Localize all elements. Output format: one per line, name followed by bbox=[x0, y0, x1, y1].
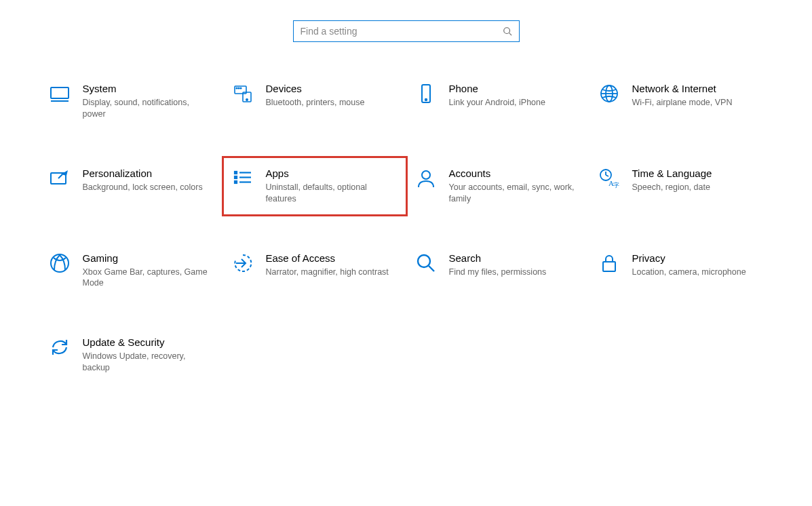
tile-title: Phone bbox=[449, 83, 581, 94]
tile-title: Update & Security bbox=[83, 336, 214, 348]
tile-text: Devices Bluetooth, printers, mouse bbox=[266, 83, 398, 109]
svg-point-6 bbox=[238, 87, 239, 89]
tile-desc: Find my files, permissions bbox=[449, 267, 581, 278]
tile-accounts[interactable]: Accounts Your accounts, email, sync, wor… bbox=[410, 161, 586, 212]
tile-time-language[interactable]: A 字 Time & Language Speech, region, date bbox=[593, 161, 769, 212]
search-box[interactable] bbox=[293, 20, 520, 42]
tile-text: Time & Language Speech, region, date bbox=[632, 168, 764, 193]
svg-point-5 bbox=[236, 87, 237, 89]
privacy-icon bbox=[598, 252, 620, 274]
tile-title: Ease of Access bbox=[266, 252, 398, 264]
svg-point-0 bbox=[503, 28, 509, 34]
tile-desc: Wi-Fi, airplane mode, VPN bbox=[632, 97, 764, 109]
svg-rect-19 bbox=[235, 176, 237, 178]
tile-desc: Xbox Game Bar, captures, Game Mode bbox=[83, 267, 214, 290]
tile-devices[interactable]: Devices Bluetooth, printers, mouse bbox=[227, 76, 403, 127]
tile-desc: Bluetooth, printers, mouse bbox=[266, 97, 398, 109]
devices-icon bbox=[232, 83, 254, 104]
search-category-icon bbox=[415, 252, 437, 274]
tile-personalization[interactable]: Personalization Background, lock screen,… bbox=[43, 161, 220, 212]
svg-point-9 bbox=[246, 99, 247, 100]
tile-title: Gaming bbox=[83, 252, 214, 264]
tile-network[interactable]: Network & Internet Wi-Fi, airplane mode,… bbox=[593, 76, 769, 127]
tile-privacy[interactable]: Privacy Location, camera, microphone bbox=[593, 246, 769, 296]
apps-icon bbox=[232, 168, 254, 189]
personalization-icon bbox=[49, 168, 71, 189]
update-icon bbox=[49, 336, 71, 358]
network-icon bbox=[598, 83, 620, 104]
system-icon bbox=[49, 83, 71, 104]
svg-text:字: 字 bbox=[613, 182, 619, 189]
tile-system[interactable]: System Display, sound, notifications, po… bbox=[43, 76, 220, 127]
tile-desc: Narrator, magnifier, high contrast bbox=[266, 267, 398, 278]
phone-icon bbox=[415, 83, 437, 104]
tile-title: System bbox=[83, 83, 214, 94]
search-container bbox=[0, 0, 812, 76]
tile-text: Personalization Background, lock screen,… bbox=[83, 168, 214, 193]
tile-title: Accounts bbox=[449, 168, 581, 179]
svg-line-16 bbox=[58, 174, 62, 178]
time-language-icon: A 字 bbox=[598, 168, 620, 189]
svg-rect-33 bbox=[603, 262, 615, 271]
tile-update-security[interactable]: Update & Security Windows Update, recove… bbox=[43, 330, 220, 381]
tile-text: Accounts Your accounts, email, sync, wor… bbox=[449, 168, 581, 205]
tile-text: Ease of Access Narrator, magnifier, high… bbox=[266, 252, 398, 278]
tile-search[interactable]: Search Find my files, permissions bbox=[410, 246, 586, 296]
svg-point-29 bbox=[51, 254, 69, 272]
svg-point-11 bbox=[425, 99, 426, 100]
tile-apps[interactable]: Apps Uninstall, defaults, optional featu… bbox=[227, 161, 403, 212]
ease-of-access-icon bbox=[232, 252, 254, 274]
svg-rect-2 bbox=[51, 87, 69, 98]
tile-title: Privacy bbox=[632, 252, 764, 264]
tile-ease-of-access[interactable]: Ease of Access Narrator, magnifier, high… bbox=[227, 246, 403, 296]
svg-rect-17 bbox=[235, 172, 237, 174]
svg-line-26 bbox=[606, 175, 608, 176]
tile-desc: Your accounts, email, sync, work, family bbox=[449, 182, 581, 205]
svg-line-1 bbox=[509, 33, 511, 36]
tile-title: Search bbox=[449, 252, 581, 264]
tile-desc: Windows Update, recovery, backup bbox=[83, 351, 214, 374]
svg-point-31 bbox=[418, 255, 430, 267]
svg-rect-21 bbox=[235, 181, 237, 183]
tile-title: Personalization bbox=[83, 168, 214, 179]
tile-title: Network & Internet bbox=[632, 83, 764, 94]
gaming-icon bbox=[49, 252, 71, 274]
tile-desc: Background, lock screen, colors bbox=[83, 182, 214, 193]
tile-text: System Display, sound, notifications, po… bbox=[83, 83, 214, 120]
tile-title: Apps bbox=[266, 168, 398, 179]
accounts-icon bbox=[415, 168, 437, 189]
tile-desc: Speech, region, date bbox=[632, 182, 764, 193]
svg-line-32 bbox=[429, 266, 434, 271]
settings-grid: System Display, sound, notifications, po… bbox=[0, 76, 812, 381]
tile-desc: Link your Android, iPhone bbox=[449, 97, 581, 109]
svg-point-23 bbox=[422, 171, 430, 179]
svg-point-7 bbox=[240, 87, 241, 89]
tile-title: Time & Language bbox=[632, 168, 764, 179]
tile-text: Update & Security Windows Update, recove… bbox=[83, 336, 214, 374]
tile-text: Privacy Location, camera, microphone bbox=[632, 252, 764, 278]
tile-text: Gaming Xbox Game Bar, captures, Game Mod… bbox=[83, 252, 214, 290]
tile-title: Devices bbox=[266, 83, 398, 94]
tile-gaming[interactable]: Gaming Xbox Game Bar, captures, Game Mod… bbox=[43, 246, 220, 296]
tile-desc: Display, sound, notifications, power bbox=[83, 97, 214, 120]
tile-text: Network & Internet Wi-Fi, airplane mode,… bbox=[632, 83, 764, 109]
search-icon bbox=[503, 26, 512, 36]
search-input[interactable] bbox=[301, 26, 503, 37]
tile-desc: Uninstall, defaults, optional features bbox=[266, 182, 398, 205]
tile-text: Search Find my files, permissions bbox=[449, 252, 581, 278]
tile-phone[interactable]: Phone Link your Android, iPhone bbox=[410, 76, 586, 127]
tile-text: Phone Link your Android, iPhone bbox=[449, 83, 581, 109]
tile-desc: Location, camera, microphone bbox=[632, 267, 764, 278]
tile-text: Apps Uninstall, defaults, optional featu… bbox=[266, 168, 398, 205]
